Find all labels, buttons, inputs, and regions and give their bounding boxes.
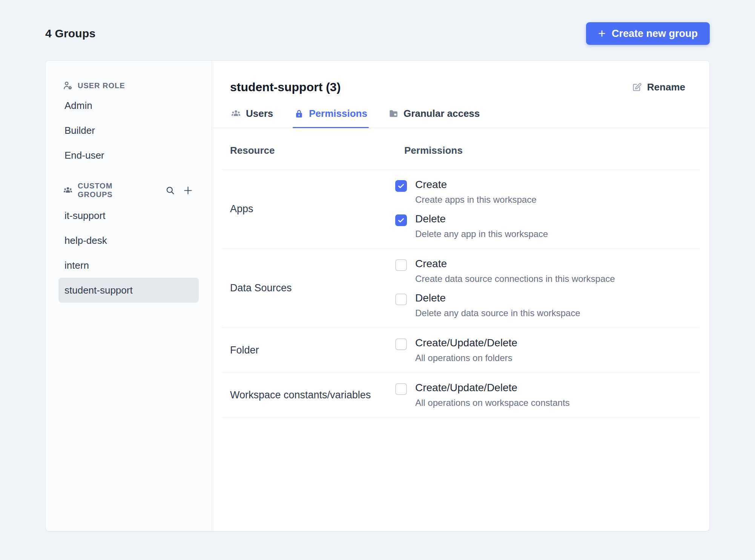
data-sources-delete-checkbox[interactable]	[395, 294, 407, 305]
permission-item: Delete Delete any app in this workspace	[395, 213, 691, 239]
user-group-icon	[63, 185, 73, 195]
data-sources-create-checkbox[interactable]	[395, 259, 407, 271]
permission-description: Delete any app in this workspace	[415, 229, 548, 239]
permission-description: Create apps in this workspace	[415, 194, 537, 205]
permission-text: Create Create apps in this workspace	[415, 179, 537, 205]
search-groups-button[interactable]	[164, 184, 177, 197]
check-icon	[397, 182, 405, 190]
sidebar-item-end-user[interactable]: End-user	[58, 143, 199, 168]
sidebar-item-admin[interactable]: Admin	[58, 93, 199, 118]
permission-list: Create Create data source connections in…	[395, 258, 691, 318]
table-row-folder: Folder Create/Update/Delete All operatio…	[222, 328, 700, 373]
permission-item: Create Create apps in this workspace	[395, 179, 691, 205]
table-row-data-sources: Data Sources Create Create data source c…	[222, 249, 700, 328]
custom-groups-header-label: CUSTOM GROUPS	[78, 182, 149, 199]
sidebar-item-it-support[interactable]: it-support	[58, 203, 199, 228]
folder-create-update-delete-checkbox[interactable]	[395, 338, 407, 350]
edit-pencil-icon	[632, 82, 642, 92]
resource-label: Apps	[230, 203, 395, 215]
permission-text: Delete Delete any app in this workspace	[415, 213, 548, 239]
users-icon	[231, 109, 241, 119]
permissions-table: Resource Permissions Apps Create C	[222, 128, 700, 418]
rename-button[interactable]: Rename	[632, 81, 685, 93]
folder-icon	[388, 109, 399, 119]
permission-list: Create Create apps in this workspace Del…	[395, 179, 691, 239]
create-new-group-label: Create new group	[612, 28, 698, 40]
resource-label: Data Sources	[230, 282, 395, 294]
group-title: student-support (3)	[230, 80, 341, 94]
permission-label: Create/Update/Delete	[415, 382, 570, 394]
permission-text: Create/Update/Delete All operations on f…	[415, 337, 517, 363]
check-icon	[397, 216, 405, 224]
resource-label: Workspace constants/variables	[230, 389, 395, 401]
sidebar-item-help-desk[interactable]: help-desk	[58, 228, 199, 253]
permission-label: Delete	[415, 213, 548, 225]
groups-card: USER ROLE Admin Builder End-user	[45, 60, 710, 531]
sidebar-item-student-support[interactable]: student-support	[58, 278, 199, 303]
search-icon	[165, 185, 175, 196]
groups-sidebar: USER ROLE Admin Builder End-user	[46, 61, 212, 531]
permission-item: Create Create data source connections in…	[395, 258, 691, 284]
column-header-permissions: Permissions	[395, 145, 463, 156]
plus-icon	[183, 185, 193, 196]
add-group-button[interactable]	[181, 184, 194, 197]
group-tabs: Users Permissions	[212, 107, 709, 128]
tab-permissions-label: Permissions	[309, 108, 367, 119]
tab-granular-access-label: Granular access	[404, 108, 480, 119]
custom-groups-section: CUSTOM GROUPS	[58, 183, 199, 303]
sidebar-item-intern[interactable]: intern	[58, 253, 199, 278]
permission-label: Delete	[415, 292, 580, 304]
permission-item: Create/Update/Delete All operations on w…	[395, 382, 691, 408]
permission-text: Delete Delete any data source in this wo…	[415, 292, 580, 318]
permission-item: Create/Update/Delete All operations on f…	[395, 337, 691, 363]
tab-users[interactable]: Users	[230, 107, 274, 128]
permission-label: Create/Update/Delete	[415, 337, 517, 349]
page-title: 4 Groups	[45, 27, 95, 40]
permission-description: Create data source connections in this w…	[415, 274, 615, 284]
rename-label: Rename	[647, 81, 685, 93]
permission-description: All operations on folders	[415, 353, 517, 363]
apps-delete-checkbox[interactable]	[395, 214, 407, 226]
table-row-apps: Apps Create Create apps in this workspac…	[222, 170, 700, 249]
permission-label: Create	[415, 258, 615, 270]
permission-item: Delete Delete any data source in this wo…	[395, 292, 691, 318]
tab-users-label: Users	[246, 108, 273, 119]
table-row-workspace-constants: Workspace constants/variables Create/Upd…	[222, 373, 700, 418]
user-role-header-label: USER ROLE	[78, 81, 125, 90]
tab-granular-access[interactable]: Granular access	[388, 107, 480, 128]
group-detail-panel: student-support (3) Rename	[212, 61, 709, 531]
groups-page: 4 Groups + Create new group	[0, 0, 755, 531]
table-header-row: Resource Permissions	[222, 128, 700, 170]
user-role-section: USER ROLE Admin Builder End-user	[58, 78, 199, 168]
user-gear-icon	[63, 81, 73, 90]
permission-label: Create	[415, 179, 537, 191]
group-title-row: student-support (3) Rename	[212, 61, 709, 94]
permission-description: Delete any data source in this workspace	[415, 308, 580, 318]
resource-label: Folder	[230, 344, 395, 356]
tab-permissions[interactable]: Permissions	[293, 107, 368, 128]
apps-create-checkbox[interactable]	[395, 180, 407, 192]
lock-icon	[294, 109, 304, 119]
column-header-resource: Resource	[230, 145, 395, 156]
permission-text: Create/Update/Delete All operations on w…	[415, 382, 570, 408]
create-new-group-button[interactable]: + Create new group	[586, 22, 710, 45]
user-role-header: USER ROLE	[58, 78, 199, 93]
permission-list: Create/Update/Delete All operations on f…	[395, 337, 691, 363]
workspace-constants-create-update-delete-checkbox[interactable]	[395, 383, 407, 395]
permission-description: All operations on workspace constants	[415, 398, 570, 408]
permission-list: Create/Update/Delete All operations on w…	[395, 382, 691, 408]
topbar: 4 Groups + Create new group	[45, 22, 710, 45]
plus-icon: +	[598, 27, 606, 40]
sidebar-item-builder[interactable]: Builder	[58, 118, 199, 143]
custom-groups-header: CUSTOM GROUPS	[58, 183, 199, 198]
permission-text: Create Create data source connections in…	[415, 258, 615, 284]
